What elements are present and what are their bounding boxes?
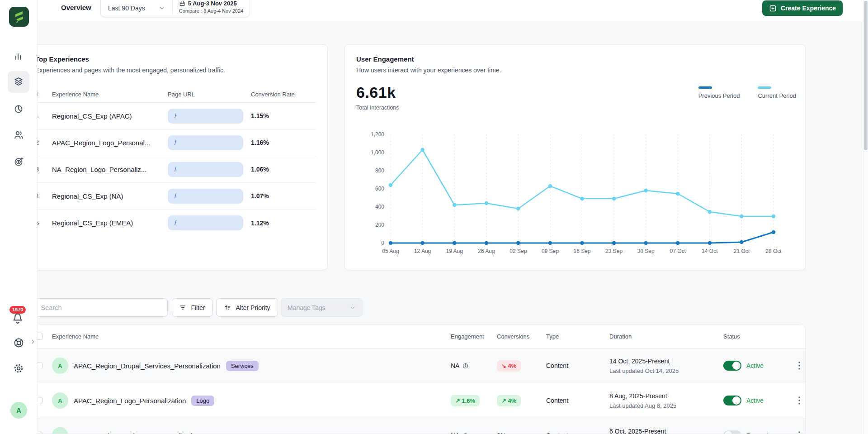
row-menu-button[interactable] xyxy=(794,359,805,372)
svg-text:0: 0 xyxy=(381,240,384,246)
search-input[interactable] xyxy=(41,304,161,311)
duration-range: 6 Oct, 2025-Present xyxy=(609,428,723,434)
last-updated: Last updated Oct 14, 2025 xyxy=(609,367,723,374)
experiences-table: Experience Name Engagement Conversions T… xyxy=(24,324,806,434)
pie-chart-icon xyxy=(13,104,24,114)
status-toggle[interactable] xyxy=(723,430,741,434)
svg-text:02 Sep: 02 Sep xyxy=(509,248,527,254)
svg-text:21 Oct: 21 Oct xyxy=(734,248,750,254)
help-button[interactable] xyxy=(9,332,28,353)
rank: 4 xyxy=(35,192,52,200)
sidebar-item-audiences[interactable] xyxy=(8,124,29,146)
experience-row[interactable]: A APAC_Region_Logo_Personalization Logo … xyxy=(24,383,805,418)
experience-tag: Services xyxy=(226,361,259,371)
conversion-rate: 1.12% xyxy=(251,219,316,227)
manage-tags-dropdown[interactable]: Manage Tags xyxy=(281,298,363,317)
page-title: Overview xyxy=(61,4,91,11)
col-url: Page URL xyxy=(168,91,251,98)
svg-text:23 Sep: 23 Sep xyxy=(605,248,623,254)
chart-legend: Previous Period Current Period xyxy=(698,86,796,99)
page-scrollbar xyxy=(863,0,868,434)
page-url-pill[interactable]: / xyxy=(168,215,243,230)
status-toggle[interactable] xyxy=(723,396,741,405)
conversion-rate: 1.15% xyxy=(251,112,316,119)
engagement-chart-container: 05 Aug12 Aug19 Aug26 Aug02 Sep09 Sep16 S… xyxy=(356,127,797,263)
user-engagement-card: User Engagement How users interact with … xyxy=(344,44,806,270)
manage-tags-label: Manage Tags xyxy=(288,304,326,311)
experience-name: APAC_Region_Drupal_Services_Personalizat… xyxy=(74,362,221,370)
top-experience-row[interactable]: 3 NA_Region_Logo_Personaliz... / 1.06% xyxy=(35,156,316,183)
experience-avatar: AC xyxy=(52,427,68,434)
page-url-pill[interactable]: / xyxy=(168,162,243,177)
page-url-pill[interactable]: / xyxy=(168,109,243,124)
page-url-pill[interactable]: / xyxy=(168,189,243,204)
svg-text:07 Oct: 07 Oct xyxy=(670,248,686,254)
top-experience-row[interactable]: 5 Regional_CS_Exp (EMEA) / 1.12% xyxy=(35,210,316,236)
calendar-icon xyxy=(179,0,185,7)
experience-name: NA_Region_Logo_Personaliz... xyxy=(52,166,168,173)
experience-tag: Logo xyxy=(191,396,214,406)
date-range-control[interactable]: Last 90 Days 5 Aug-3 Nov 2025 Compare : … xyxy=(100,0,250,17)
top-experience-row[interactable]: 4 Regional_CS_Exp (NA) / 1.07% xyxy=(35,183,316,210)
experience-row[interactable]: AC APAC_Region_Work_CS_Personalization N… xyxy=(24,418,805,434)
experience-row[interactable]: A APAC_Region_Drupal_Services_Personaliz… xyxy=(24,348,805,383)
range-preset-dropdown[interactable]: Last 90 Days xyxy=(101,0,172,17)
top-experience-row[interactable]: 2 APAC_Region_Logo_Personal... / 1.16% xyxy=(35,129,316,156)
row-menu-button[interactable] xyxy=(794,429,805,434)
status-toggle[interactable] xyxy=(723,361,741,371)
sidebar-item-analytics[interactable] xyxy=(8,46,29,67)
sidebar-item-experiences[interactable] xyxy=(8,71,29,93)
settings-button[interactable] xyxy=(9,358,28,379)
legend-label-previous: Previous Period xyxy=(698,92,740,99)
top-experience-row[interactable]: 1 Regional_CS_Exp (APAC) / 1.15% xyxy=(35,103,316,129)
filter-button[interactable]: Filter xyxy=(172,298,212,317)
top-experiences-subtitle: Experiences and pages with the most enga… xyxy=(35,67,316,74)
filter-label: Filter xyxy=(191,304,205,311)
app-logo[interactable] xyxy=(9,7,29,27)
sidebar-item-goals[interactable] xyxy=(8,151,29,172)
date-compare-picker[interactable]: 5 Aug-3 Nov 2025 Compare : 6 Aug-4 Nov 2… xyxy=(173,0,250,17)
col-type: Type xyxy=(546,333,609,340)
experience-name: Regional_CS_Exp (NA) xyxy=(52,192,168,200)
create-experience-button[interactable]: Create Experience xyxy=(762,0,843,16)
total-interactions-label: Total Interactions xyxy=(356,105,794,111)
experience-name: Regional_CS_Exp (APAC) xyxy=(52,112,168,120)
kebab-icon xyxy=(798,396,800,405)
legend-item-previous: Previous Period xyxy=(698,86,740,99)
topbar: Overview Last 90 Days 5 Aug-3 Nov 2025 C… xyxy=(38,0,868,21)
col-conversion: Conversion Rate xyxy=(251,91,316,98)
last-updated: Last updated Aug 8, 2025 xyxy=(609,402,723,409)
col-status: Status xyxy=(723,333,794,340)
svg-text:26 Aug: 26 Aug xyxy=(478,248,495,254)
notifications-button[interactable]: 1970 xyxy=(11,311,27,329)
scrollbar-thumb[interactable] xyxy=(864,1,868,150)
conversion-rate: 1.07% xyxy=(251,192,316,200)
create-experience-label: Create Experience xyxy=(781,5,836,12)
page-url-pill[interactable]: / xyxy=(168,135,243,150)
experience-avatar: A xyxy=(52,392,68,409)
experience-name: APAC_Region_Work_CS_Personalization xyxy=(74,432,200,434)
engagement-value: NA xyxy=(451,432,459,434)
sidebar: 1970 A xyxy=(0,0,38,434)
row-menu-button[interactable] xyxy=(794,394,805,407)
sidebar-item-reports[interactable] xyxy=(8,98,29,120)
user-avatar[interactable]: A xyxy=(10,402,27,419)
top-experiences-header: # Experience Name Page URL Conversion Ra… xyxy=(35,86,316,103)
sidebar-expand-chevron[interactable] xyxy=(30,339,36,345)
svg-text:28 Oct: 28 Oct xyxy=(765,248,782,254)
layers-icon xyxy=(13,76,24,88)
engagement-chart[interactable]: 05 Aug12 Aug19 Aug26 Aug02 Sep09 Sep16 S… xyxy=(356,127,797,263)
top-experiences-card: Top Experiences Experiences and pages wi… xyxy=(24,44,328,270)
engagement-subtitle: How users interact with your experiences… xyxy=(356,67,794,74)
kebab-icon xyxy=(798,362,800,370)
duration-range: 14 Oct, 2025-Present xyxy=(609,358,723,365)
info-icon[interactable] xyxy=(462,362,469,369)
svg-text:14 Oct: 14 Oct xyxy=(702,248,718,254)
alter-priority-button[interactable]: Alter Priority xyxy=(216,298,278,317)
search-box xyxy=(24,298,168,317)
col-engagement: Engagement xyxy=(451,333,497,340)
experience-type: Content xyxy=(546,362,609,369)
experience-name: APAC_Region_Logo_Personalization xyxy=(74,397,186,405)
info-icon[interactable] xyxy=(462,432,469,434)
col-name: Experience Name xyxy=(52,91,168,98)
